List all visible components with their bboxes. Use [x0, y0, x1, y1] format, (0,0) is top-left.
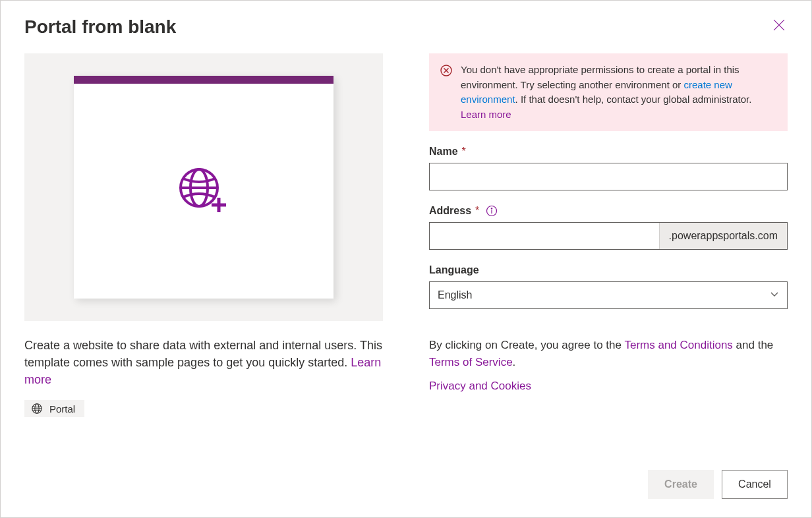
address-input[interactable] [430, 223, 659, 249]
create-button[interactable]: Create [648, 470, 714, 499]
terms-service-link[interactable]: Terms of Service [429, 356, 513, 368]
portal-badge-label: Portal [49, 403, 75, 415]
portal-from-blank-dialog: Portal from blank [0, 0, 812, 518]
error-learn-more-link[interactable]: Learn more [461, 109, 511, 120]
close-icon [773, 19, 785, 31]
error-icon [440, 64, 453, 122]
name-input[interactable] [429, 163, 788, 190]
preview-column: Create a website to share data with exte… [24, 53, 383, 499]
language-select[interactable]: English [429, 281, 788, 309]
chevron-down-icon [770, 289, 779, 301]
close-button[interactable] [770, 16, 788, 36]
address-field-group: Address * .powerappsportals.com [429, 205, 788, 250]
language-label: Language [429, 264, 788, 276]
preview-card [74, 76, 334, 299]
portal-badge: Portal [24, 400, 84, 417]
terms-mid: and the [733, 339, 773, 351]
error-text-2: . If that doesn't help, contact your glo… [515, 94, 752, 105]
required-indicator: * [462, 146, 466, 158]
preview-panel [24, 53, 383, 321]
privacy-cookies-link[interactable]: Privacy and Cookies [429, 380, 531, 392]
description-text: Create a website to share data with exte… [24, 339, 382, 369]
required-indicator: * [475, 205, 479, 217]
info-icon[interactable] [486, 205, 498, 217]
dialog-content: Create a website to share data with exte… [24, 53, 788, 499]
template-description: Create a website to share data with exte… [24, 337, 383, 388]
name-field-group: Name * [429, 146, 788, 190]
address-label: Address * [429, 205, 788, 217]
address-suffix: .powerappsportals.com [659, 223, 787, 249]
preview-card-body [74, 84, 334, 299]
terms-suffix: . [513, 356, 516, 368]
terms-text: By clicking on Create, you agree to the … [429, 337, 788, 372]
preview-card-accent [74, 76, 334, 84]
name-label-text: Name [429, 146, 458, 158]
cancel-button[interactable]: Cancel [722, 470, 788, 499]
dialog-header: Portal from blank [24, 16, 788, 38]
terms-conditions-link[interactable]: Terms and Conditions [624, 339, 732, 351]
name-label: Name * [429, 146, 788, 158]
terms-prefix: By clicking on Create, you agree to the [429, 339, 624, 351]
address-input-row: .powerappsportals.com [429, 222, 788, 250]
privacy-row: Privacy and Cookies [429, 380, 788, 393]
globe-icon [31, 403, 43, 415]
globe-plus-icon [178, 167, 229, 216]
error-message: You don't have appropriate permissions t… [461, 63, 777, 122]
svg-point-14 [492, 208, 492, 209]
address-label-text: Address [429, 205, 471, 217]
dialog-footer: Create Cancel [429, 470, 788, 499]
language-field-group: Language English [429, 264, 788, 309]
language-selected-value: English [438, 289, 472, 301]
form-column: You don't have appropriate permissions t… [429, 53, 788, 499]
dialog-title: Portal from blank [24, 16, 176, 38]
language-label-text: Language [429, 264, 479, 276]
permission-error-banner: You don't have appropriate permissions t… [429, 53, 788, 131]
